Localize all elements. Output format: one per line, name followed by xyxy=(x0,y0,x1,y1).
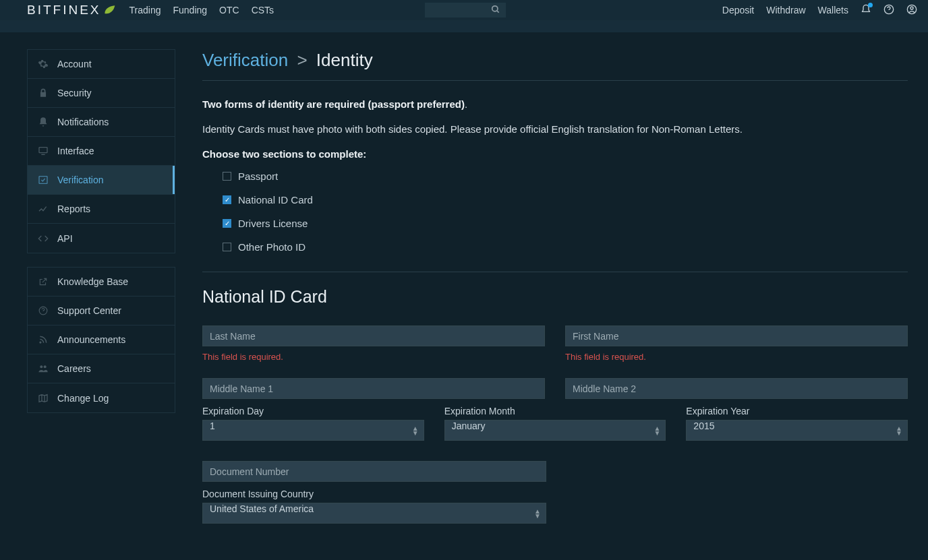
last-name-input[interactable] xyxy=(202,325,545,346)
first-name-input[interactable] xyxy=(565,325,908,346)
sidebar-item-label: Reports xyxy=(57,204,90,214)
sidebar-group-help: Knowledge Base Support Center Announceme… xyxy=(27,267,175,413)
id-type-options: Passport ✓ National ID Card ✓ Drivers Li… xyxy=(223,170,908,253)
svg-point-10 xyxy=(40,365,42,368)
option-label: Drivers License xyxy=(238,218,308,229)
option-drivers-license[interactable]: ✓ Drivers License xyxy=(223,218,908,229)
brand-logo[interactable]: BITFINEX xyxy=(27,3,116,18)
exp-year-value: 2015 xyxy=(693,421,714,431)
sidebar-item-change-log[interactable]: Change Log xyxy=(28,383,175,412)
nav-otc[interactable]: OTC xyxy=(219,5,239,15)
nav-left: Trading Funding OTC CSTs xyxy=(129,5,274,15)
checkbox-icon xyxy=(223,172,231,181)
choose-label: Choose two sections to complete: xyxy=(202,148,908,160)
middle-name-2-input[interactable] xyxy=(565,378,908,399)
gear-icon xyxy=(37,58,49,70)
sidebar-group-settings: Account Security Notifications Interface… xyxy=(27,49,175,253)
top-nav: BITFINEX Trading Funding OTC CSTs Deposi… xyxy=(0,0,928,20)
sidebar-item-reports[interactable]: Reports xyxy=(28,195,175,224)
sidebar-item-announcements[interactable]: Announcements xyxy=(28,325,175,354)
svg-point-0 xyxy=(492,5,498,11)
nav-trading[interactable]: Trading xyxy=(129,5,161,15)
exp-day-select[interactable]: 1 xyxy=(202,420,424,441)
bell-icon[interactable] xyxy=(861,4,871,17)
user-icon[interactable] xyxy=(906,4,917,17)
exp-month-value: January xyxy=(452,421,486,431)
sidebar-item-support-center[interactable]: Support Center xyxy=(28,297,175,325)
checkbox-checked-icon: ✓ xyxy=(223,195,231,204)
nav-csts[interactable]: CSTs xyxy=(252,5,274,15)
sidebar-item-knowledge-base[interactable]: Knowledge Base xyxy=(28,268,175,297)
sidebar-item-security[interactable]: Security xyxy=(28,79,175,108)
sub-header-strip xyxy=(0,20,928,32)
lock-icon xyxy=(37,87,49,99)
rss-icon xyxy=(37,334,49,346)
section-title: National ID Card xyxy=(202,287,908,307)
help-icon[interactable] xyxy=(883,4,894,17)
map-icon xyxy=(37,392,49,404)
sidebar-item-label: Careers xyxy=(57,363,91,374)
search-icon xyxy=(491,5,500,16)
middle-name-1-input[interactable] xyxy=(202,378,545,399)
chart-icon xyxy=(37,203,49,215)
sidebar-item-verification[interactable]: Verification xyxy=(28,166,175,195)
sidebar-item-label: Account xyxy=(57,59,92,69)
notification-dot xyxy=(868,3,873,7)
doc-country-label: Document Issuing Country xyxy=(202,489,546,499)
intro-line-2: Identity Cards must have photo with both… xyxy=(202,123,908,135)
people-icon xyxy=(37,363,49,375)
sidebar-item-interface[interactable]: Interface xyxy=(28,137,175,166)
settings-sidebar: Account Security Notifications Interface… xyxy=(27,49,175,524)
document-number-input[interactable] xyxy=(202,461,546,482)
breadcrumb-leaf: Identity xyxy=(316,50,373,70)
breadcrumb-sep: > xyxy=(297,50,307,70)
section-divider xyxy=(202,272,908,272)
bell-icon xyxy=(37,116,49,128)
option-other-photo-id[interactable]: Other Photo ID xyxy=(223,241,908,253)
option-national-id[interactable]: ✓ National ID Card xyxy=(223,194,908,206)
exp-month-select[interactable]: January xyxy=(444,420,666,441)
spacer xyxy=(0,32,928,46)
doc-country-select[interactable]: United States of America xyxy=(202,503,546,524)
svg-point-9 xyxy=(40,342,41,343)
exp-year-label: Expiration Year xyxy=(686,406,908,416)
main-content: Verification > Identity Two forms of ide… xyxy=(202,46,928,524)
svg-rect-7 xyxy=(39,177,47,184)
sidebar-item-label: API xyxy=(57,233,73,244)
code-icon xyxy=(37,232,49,245)
svg-point-11 xyxy=(44,365,47,368)
sidebar-item-account[interactable]: Account xyxy=(28,50,175,79)
external-icon xyxy=(37,276,49,288)
breadcrumb: Verification > Identity xyxy=(202,50,908,81)
nav-right: Deposit Withdraw Wallets xyxy=(722,4,917,17)
nav-wallets[interactable]: Wallets xyxy=(818,5,848,15)
help-icon xyxy=(37,305,49,317)
nav-withdraw[interactable]: Withdraw xyxy=(766,5,805,15)
sidebar-item-notifications[interactable]: Notifications xyxy=(28,108,175,137)
sidebar-item-label: Verification xyxy=(57,175,103,185)
svg-rect-5 xyxy=(39,148,47,153)
sidebar-item-careers[interactable]: Careers xyxy=(28,354,175,383)
check-icon xyxy=(37,174,49,186)
option-label: National ID Card xyxy=(238,194,313,206)
sidebar-item-label: Knowledge Base xyxy=(57,276,128,287)
option-label: Passport xyxy=(238,170,278,182)
leaf-icon xyxy=(103,3,116,17)
intro-dot: . xyxy=(465,98,467,110)
checkbox-checked-icon: ✓ xyxy=(223,219,231,228)
option-label: Other Photo ID xyxy=(238,241,306,253)
intro-strong: Two forms of identity are required (pass… xyxy=(202,98,465,110)
sidebar-item-label: Support Center xyxy=(57,305,121,316)
breadcrumb-root[interactable]: Verification xyxy=(202,50,288,70)
exp-year-select[interactable]: 2015 xyxy=(686,420,908,441)
option-passport[interactable]: Passport xyxy=(223,170,908,182)
sidebar-item-label: Announcements xyxy=(57,334,125,345)
exp-month-label: Expiration Month xyxy=(444,406,666,416)
sidebar-item-api[interactable]: API xyxy=(28,224,175,253)
search-input[interactable] xyxy=(425,3,506,18)
nav-funding[interactable]: Funding xyxy=(173,5,207,15)
doc-country-value: United States of America xyxy=(210,503,314,514)
nav-deposit[interactable]: Deposit xyxy=(722,5,754,15)
sidebar-item-label: Notifications xyxy=(57,117,109,127)
brand-text: BITFINEX xyxy=(27,3,101,18)
